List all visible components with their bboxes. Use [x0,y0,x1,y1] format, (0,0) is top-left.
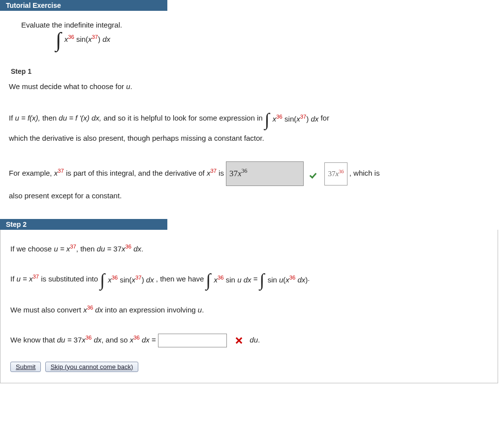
step2-header: Step 2 [0,219,167,230]
step2-line4: We know that du = 37x36 dx, and so x36 d… [10,332,488,348]
integral-sign-icon: ∫ [100,273,105,287]
step2-answer-input[interactable] [158,334,227,347]
integral-sign-icon: ∫ [56,33,62,47]
integral-sign-icon: ∫ [206,273,211,287]
step1-para3: For example, x37 is part of this integra… [9,161,495,205]
integrand-dx: dx [102,35,110,43]
x-icon [235,337,243,344]
step2-section: If we choose u = x37, then du = 37x36 dx… [0,230,498,383]
step1-label: Step 1 [11,67,32,75]
integrand-close: ) [98,35,102,43]
button-row: Submit Skip (you cannot come back) [10,362,488,372]
check-icon [311,170,319,177]
step1-correct-answer: 37x36 [324,162,347,186]
integral-display: ∫ x36 sin(x37) dx [56,33,495,47]
tutorial-header: Tutorial Exercise [0,0,167,11]
integral-sign-icon: ∫ [260,273,265,287]
integrand-arg: x [88,35,92,43]
integrand-x-sup: 36 [68,34,74,40]
step2-line3: We must also convert x36 dx into an expr… [10,302,488,318]
integrand-sin: sin( [76,35,88,43]
skip-button[interactable]: Skip (you cannot come back) [45,362,139,372]
integral-sign-icon: ∫ [265,113,270,127]
step1-line1: We must decide what to choose for u. [9,78,495,94]
step1-answer-input[interactable]: 37x36 [226,161,304,186]
step1-para2: If u = f(x), then du = f '(x) dx, and so… [9,108,495,148]
step2-line1: If we choose u = x37, then du = 37x36 dx… [10,241,488,257]
integrand-arg-sup: 37 [92,34,98,40]
prompt-text: Evaluate the indefinite integral. [21,21,495,29]
submit-button[interactable]: Submit [10,362,41,372]
step2-line2: If u = x37 is substituted into ∫ x36 sin… [10,271,488,288]
